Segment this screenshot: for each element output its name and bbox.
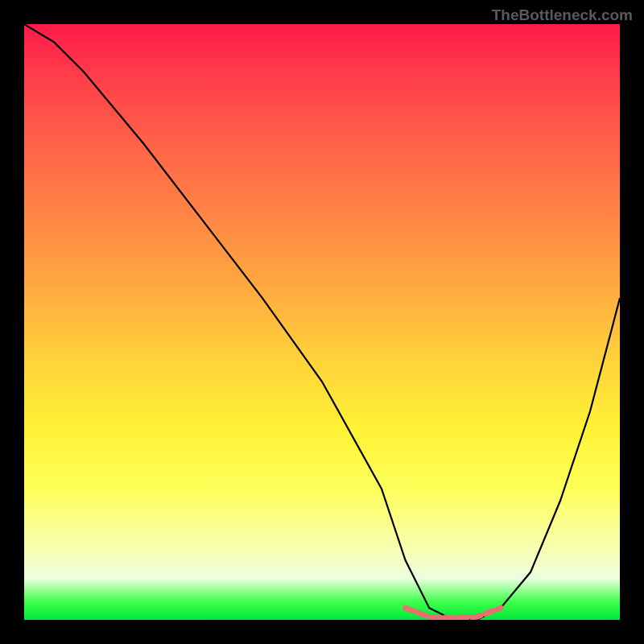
watermark-text: TheBottleneck.com <box>492 6 633 24</box>
plot-area <box>24 24 620 620</box>
optimal-range-marker-path <box>406 608 501 618</box>
chart-svg <box>24 24 620 620</box>
bottleneck-curve-path <box>24 24 620 620</box>
